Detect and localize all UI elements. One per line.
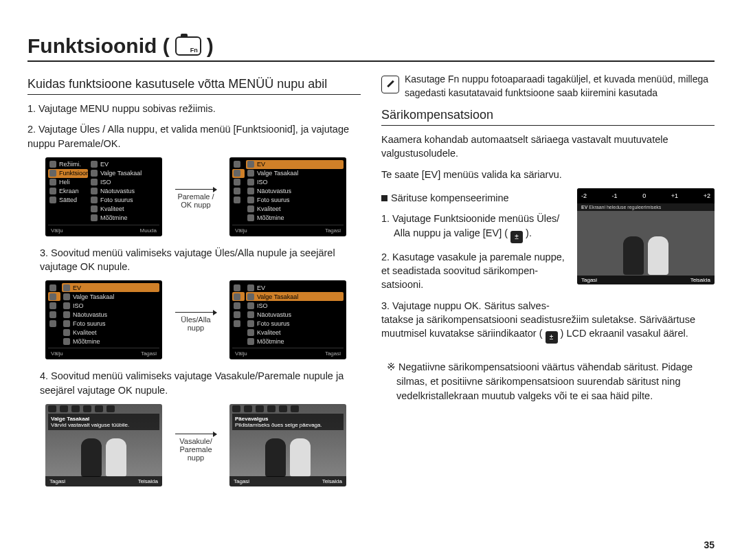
ev-tick: -1 <box>612 192 618 199</box>
page-title: Funktsioonid ( ) <box>27 34 715 62</box>
figure-row-3: Valge Tasakaal Värvid vastavalt valguse … <box>45 404 361 486</box>
photo-lcd-left: Valge Tasakaal Värvid vastavalt valguse … <box>45 404 162 486</box>
ev-compensation-icon: ± <box>546 331 558 344</box>
lcd-label: Mõõtmine <box>257 338 284 345</box>
lcd-label: Valge Tasakaal <box>257 293 298 300</box>
display-icon <box>49 188 56 194</box>
note-paragraph: ※ Negatiivne särikompensatsiooni väärtus… <box>381 360 715 403</box>
lcd-label: Näotuvastus <box>100 188 135 194</box>
lcd-main-item: Kvaliteet <box>89 205 159 214</box>
sound-icon <box>234 302 240 309</box>
lcd-label: Mõõtmine <box>257 214 284 221</box>
face-icon <box>247 188 254 194</box>
photo-caption-sub: Pildistamiseks õues selge päevaga. <box>235 422 341 428</box>
fn-icon <box>49 170 56 177</box>
fn-icon <box>234 293 240 300</box>
photo-foot-back: Tagasi <box>234 478 249 484</box>
lcd-label: Kvaliteet <box>257 205 281 212</box>
left-column: Kuidas funktsioone kasutusele võtta MENÜ… <box>27 73 361 496</box>
step-2: 2. Vajutage Üles / Alla nuppu, et valida… <box>27 122 361 150</box>
photo-caption-sub: Värvid vastavalt valguse tüübile. <box>51 422 157 428</box>
step-1: 1. Vajutage MENU nuppu sobivas režiimis. <box>27 102 361 115</box>
lcd-label: Näotuvastus <box>73 311 107 318</box>
ev-lcd: -2 -1 0 +1 +2 EV Ekraani heleduse regule… <box>577 188 715 284</box>
lcd-label: EV <box>73 284 81 291</box>
lcd-foot-left: Välju <box>51 350 63 357</box>
display-icon <box>234 188 240 194</box>
iso-icon <box>91 179 98 186</box>
step-4: 4. Soovitud menüü valimiseks vajutage Va… <box>27 369 361 397</box>
lcd-label: EV <box>100 161 109 168</box>
step-3: 3. Soovitud menüü valimiseks vajutage Ül… <box>27 246 361 274</box>
ev-foot-move: Teisalda <box>690 277 710 283</box>
tip-box: Kasutage Fn nuppu fotoaparaadi tagakülje… <box>381 73 715 100</box>
meter-icon <box>91 214 98 221</box>
intro-2: Te saate [EV] menüüs valida ka säriarvu. <box>381 168 715 181</box>
fn-icon <box>234 170 240 177</box>
lcd-label: Kvaliteet <box>73 329 97 336</box>
right-step-3: 3. Vajutage nuppu OK. Säritus salves- ta… <box>381 299 715 344</box>
lcd-foot-right: Muuda <box>140 227 157 234</box>
ev-compensation-icon: ± <box>510 231 523 243</box>
wb-icon <box>91 170 98 177</box>
arrow-label-1: Paremale / OK nupp <box>172 185 220 209</box>
lcd-foot-right: Tagasi <box>325 227 341 234</box>
mode-icon <box>49 161 56 168</box>
display-icon <box>49 311 56 318</box>
step-text: ) LCD ekraanil vasakul äärel. <box>561 328 688 339</box>
sound-icon <box>234 179 240 186</box>
lcd-main-item: Foto suurus <box>89 196 159 205</box>
lcd-label: Foto suurus <box>257 320 290 327</box>
right-subhead: Särikompensatsioon <box>381 108 715 126</box>
tip-text: Kasutage Fn nuppu fotoaparaadi tagakülje… <box>405 73 715 100</box>
size-icon <box>247 197 254 203</box>
lcd-side-item: Ekraan <box>48 187 88 196</box>
mode-icon <box>234 161 240 168</box>
lcd-menu-left-2: EV Valge Tasakaal ISO Näotuvastus Foto s… <box>45 280 162 359</box>
figure-row-1: Režiimi. Funktsioonid Heli Ekraan Sätted… <box>45 157 361 236</box>
arrow-text: Vasakule/ Paremale nupp <box>172 437 220 462</box>
arrow-text: Paremale / OK nupp <box>172 192 220 209</box>
lcd-menu-right-2: EV Valge Tasakaal ISO Näotuvastus Foto s… <box>229 280 346 359</box>
lcd-label: Mõõtmine <box>73 338 100 345</box>
lcd-label: ISO <box>257 179 268 186</box>
lcd-label: Ekraan <box>59 188 79 194</box>
page-number: 35 <box>704 539 715 550</box>
mode-icon <box>234 284 240 291</box>
lcd-label: Heli <box>59 179 70 186</box>
lcd-main-item: Näotuvastus <box>89 187 159 196</box>
lcd-foot-left: Välju <box>235 227 247 234</box>
left-subhead: Kuidas funktsioone kasutusele võtta MENÜ… <box>27 77 361 95</box>
lcd-label: Näotuvastus <box>257 311 291 318</box>
lcd-main-item-active: Valge Tasakaal <box>246 292 344 301</box>
bullet-icon <box>381 195 387 201</box>
arrow-icon <box>175 312 216 313</box>
ev-icon <box>247 161 254 168</box>
photo-foot-move: Teisalda <box>138 478 158 484</box>
display-icon <box>234 311 240 318</box>
ev-sub: Ekraani heleduse reguleerimiseks <box>589 205 661 210</box>
fn-icon <box>49 293 56 300</box>
lcd-foot-right: Tagasi <box>141 350 157 357</box>
sound-icon <box>49 302 56 309</box>
lcd-label: Valge Tasakaal <box>257 170 298 177</box>
face-icon <box>91 188 98 194</box>
lcd-side-item: Sätted <box>48 196 88 205</box>
mode-icon <box>49 284 56 291</box>
arrow-icon <box>175 434 216 434</box>
arrow-text: Üles/Alla nupp <box>172 315 220 332</box>
settings-icon <box>49 320 56 327</box>
lcd-label: Funktsioonid <box>59 170 94 177</box>
lcd-main-item: Valge Tasakaal <box>89 169 159 178</box>
lcd-main-item: EV <box>89 160 159 169</box>
ev-label: EV <box>581 205 587 210</box>
lcd-foot-left: Välju <box>51 227 63 234</box>
sound-icon <box>49 179 56 186</box>
lcd-main-item: Mõõtmine <box>89 214 159 223</box>
lcd-label: Režiimi. <box>59 161 81 168</box>
page-title-text: Funktsioonid ( <box>27 34 170 58</box>
lcd-label: ISO <box>73 302 84 309</box>
intro-1: Kaamera kohandab automaatselt säriaega v… <box>381 133 715 161</box>
lcd-side-item: Heli <box>48 178 88 187</box>
lcd-label: Kvaliteet <box>257 329 281 336</box>
